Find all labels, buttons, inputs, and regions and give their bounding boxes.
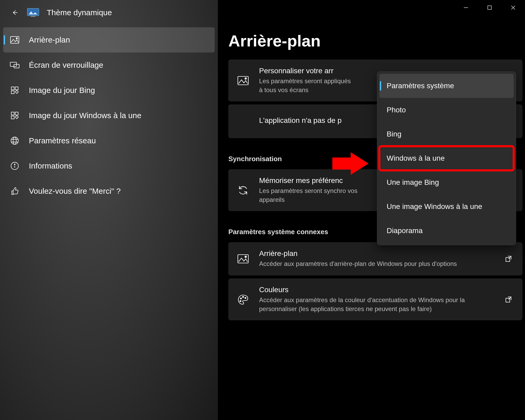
dropdown-item-one-spotlight-image[interactable]: Une image Windows à la une bbox=[379, 195, 514, 219]
svg-point-26 bbox=[245, 297, 246, 298]
sidebar-nav: Arrière-plan Écran de verrouillage I bbox=[0, 25, 218, 204]
picture-icon bbox=[237, 74, 250, 87]
dropdown-item-slideshow[interactable]: Diaporama bbox=[379, 219, 514, 243]
svg-point-22 bbox=[245, 256, 246, 258]
back-button[interactable] bbox=[10, 8, 19, 17]
dropdown-item-label: Une image Bing bbox=[387, 178, 439, 187]
svg-point-20 bbox=[245, 78, 246, 79]
card-text: Couleurs Accéder aux paramètres de la co… bbox=[259, 286, 493, 313]
app-title: Thème dynamique bbox=[47, 8, 112, 17]
card-subtitle: Les paramètres seront appliqués à tous v… bbox=[259, 77, 354, 94]
picture-icon bbox=[9, 35, 20, 45]
monitors-icon bbox=[9, 60, 20, 70]
dropdown-item-photo[interactable]: Photo bbox=[379, 98, 514, 122]
svg-rect-0 bbox=[27, 8, 39, 16]
svg-point-24 bbox=[240, 298, 242, 299]
sync-icon bbox=[237, 184, 250, 197]
card-title: Couleurs bbox=[259, 286, 493, 294]
sidebar-item-label: Arrière-plan bbox=[29, 35, 70, 44]
dropdown-item-label: Une image Windows à la une bbox=[387, 202, 482, 211]
minimize-button[interactable] bbox=[454, 0, 478, 15]
apps-icon bbox=[9, 85, 20, 96]
dropdown-item-system-settings[interactable]: Paramètres système bbox=[379, 74, 514, 98]
info-icon bbox=[9, 161, 20, 171]
sidebar-item-label: Voulez-vous dire "Merci" ? bbox=[29, 187, 121, 196]
dropdown-item-label: Paramètres système bbox=[387, 82, 454, 90]
card-text: Arrière-plan Accéder aux paramètres d'ar… bbox=[259, 249, 493, 268]
svg-point-27 bbox=[240, 300, 241, 301]
card-title: Arrière-plan bbox=[259, 249, 493, 258]
annotation-arrow-icon bbox=[332, 152, 369, 175]
svg-rect-8 bbox=[11, 87, 14, 90]
palette-icon bbox=[237, 293, 250, 306]
thumbs-up-icon bbox=[9, 186, 20, 196]
svg-rect-12 bbox=[15, 112, 18, 115]
sidebar: Thème dynamique Arrière-plan Écran de ve… bbox=[0, 0, 218, 420]
system-colors-card[interactable]: Couleurs Accéder aux paramètres de la co… bbox=[228, 279, 522, 320]
dropdown-item-label: Photo bbox=[387, 106, 406, 114]
dropdown-item-label: Bing bbox=[387, 130, 401, 138]
dropdown-item-windows-spotlight[interactable]: Windows à la une bbox=[379, 146, 514, 170]
apps-icon bbox=[9, 110, 20, 121]
svg-rect-4 bbox=[10, 36, 19, 43]
sidebar-item-windows-spotlight-daily[interactable]: Image du jour Windows à la une bbox=[3, 103, 215, 128]
svg-marker-29 bbox=[332, 152, 369, 175]
sidebar-item-info[interactable]: Informations bbox=[3, 153, 215, 178]
picture-icon bbox=[237, 252, 250, 265]
dropdown-item-label: Windows à la une bbox=[387, 154, 445, 162]
dropdown-item-one-bing-image[interactable]: Une image Bing bbox=[379, 170, 514, 195]
main-pane: Arrière-plan Personnaliser votre arr Les… bbox=[218, 0, 525, 420]
sidebar-item-background[interactable]: Arrière-plan bbox=[3, 27, 215, 52]
system-background-card[interactable]: Arrière-plan Accéder aux paramètres d'ar… bbox=[228, 242, 522, 275]
dropdown-item-label: Diaporama bbox=[387, 227, 423, 235]
maximize-button[interactable] bbox=[478, 0, 501, 15]
sidebar-item-label: Image du jour Windows à la une bbox=[29, 111, 141, 120]
sidebar-item-lockscreen[interactable]: Écran de verrouillage bbox=[3, 52, 215, 78]
sidebar-item-network[interactable]: Paramètres réseau bbox=[3, 128, 215, 153]
sidebar-header: Thème dynamique bbox=[0, 5, 218, 25]
card-subtitle: Accéder aux paramètres de la couleur d'a… bbox=[259, 296, 493, 313]
svg-point-5 bbox=[16, 38, 18, 39]
sidebar-item-label: Informations bbox=[29, 161, 72, 170]
svg-rect-11 bbox=[11, 112, 14, 115]
svg-point-17 bbox=[14, 164, 15, 165]
sidebar-item-thanks[interactable]: Voulez-vous dire "Merci" ? bbox=[3, 178, 215, 204]
background-type-dropdown: Paramètres système Photo Bing Windows à … bbox=[377, 71, 516, 245]
app-icon bbox=[27, 8, 39, 17]
titlebar-controls bbox=[454, 0, 525, 15]
card-subtitle: Accéder aux paramètres d'arrière-plan de… bbox=[259, 259, 493, 268]
svg-rect-19 bbox=[238, 76, 248, 85]
svg-rect-3 bbox=[31, 16, 35, 17]
sidebar-item-bing-daily[interactable]: Image du jour Bing bbox=[3, 78, 215, 103]
svg-point-15 bbox=[13, 137, 16, 144]
card-subtitle: Les paramètres seront synchro vos appare… bbox=[259, 186, 367, 204]
svg-point-25 bbox=[243, 296, 244, 297]
svg-point-14 bbox=[11, 137, 18, 144]
open-external-icon[interactable] bbox=[503, 253, 514, 265]
dropdown-item-bing[interactable]: Bing bbox=[379, 122, 514, 146]
sidebar-item-label: Écran de verrouillage bbox=[29, 61, 103, 70]
open-external-icon[interactable] bbox=[503, 294, 514, 305]
close-button[interactable] bbox=[501, 0, 525, 15]
svg-rect-9 bbox=[15, 87, 18, 90]
sidebar-item-label: Image du jour Bing bbox=[29, 86, 95, 95]
globe-icon bbox=[9, 135, 20, 146]
svg-rect-13 bbox=[11, 116, 14, 119]
svg-rect-10 bbox=[11, 91, 14, 94]
svg-rect-18 bbox=[488, 6, 491, 9]
svg-rect-21 bbox=[238, 255, 248, 263]
sidebar-item-label: Paramètres réseau bbox=[29, 136, 96, 145]
